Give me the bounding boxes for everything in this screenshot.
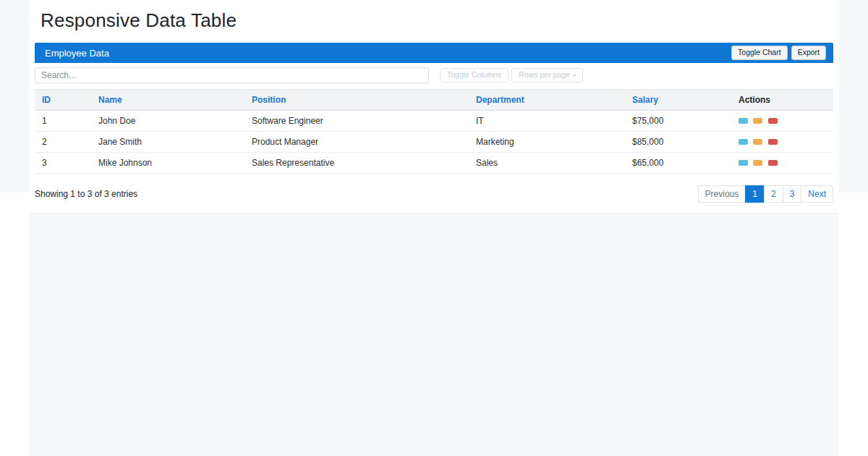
previous-page-button[interactable]: Previous xyxy=(698,185,746,203)
export-button[interactable]: Export xyxy=(791,46,826,60)
panel-header-buttons: Toggle Chart Export xyxy=(731,46,826,60)
cell-name: John Doe xyxy=(91,111,244,132)
page-button-1[interactable]: 1 xyxy=(745,185,765,203)
view-action-button[interactable] xyxy=(739,118,748,124)
panel-title: Employee Data xyxy=(45,48,109,59)
cell-actions xyxy=(731,153,833,174)
cell-actions xyxy=(731,132,833,153)
page-column: Responsive Data Table Employee Data Togg… xyxy=(29,0,839,456)
delete-action-button[interactable] xyxy=(768,118,778,124)
cell-id: 1 xyxy=(35,111,91,132)
cell-salary: $65,000 xyxy=(625,153,731,174)
table-controls: Toggle Columns Rows per page▾ xyxy=(35,63,833,88)
edit-action-button[interactable] xyxy=(753,139,762,145)
view-action-button[interactable] xyxy=(739,160,748,166)
table-row: 1 John Doe Software Engineer IT $75,000 xyxy=(35,111,833,132)
toggle-columns-button[interactable]: Toggle Columns xyxy=(440,68,509,83)
page-title: Responsive Data Table xyxy=(35,0,833,43)
cell-salary: $75,000 xyxy=(625,111,731,132)
cell-actions xyxy=(731,111,833,132)
page-margin-top-left xyxy=(0,0,29,193)
page-margin-top-right xyxy=(839,0,868,193)
entries-summary: Showing 1 to 3 of 3 entries xyxy=(35,189,137,199)
employee-table: ID Name Position Department Salary Actio… xyxy=(35,89,833,174)
panel-footer: Showing 1 to 3 of 3 entries Previous 1 2… xyxy=(35,185,833,206)
column-header-name[interactable]: Name xyxy=(91,90,244,111)
cell-id: 3 xyxy=(35,153,91,174)
search-input[interactable] xyxy=(35,67,429,83)
cell-position: Product Manager xyxy=(244,132,469,153)
table-row: 2 Jane Smith Product Manager Marketing $… xyxy=(35,132,833,153)
employee-data-panel: Employee Data Toggle Chart Export Toggle… xyxy=(35,43,833,206)
cell-name: Mike Johnson xyxy=(91,153,244,174)
cell-department: Sales xyxy=(469,153,625,174)
rows-per-page-label: Rows per page xyxy=(519,70,570,79)
column-header-position[interactable]: Position xyxy=(244,90,469,111)
rows-per-page-dropdown[interactable]: Rows per page▾ xyxy=(511,68,583,83)
edit-action-button[interactable] xyxy=(753,118,762,124)
pagination: Previous 1 2 3 Next xyxy=(698,185,833,203)
delete-action-button[interactable] xyxy=(768,160,778,166)
panel-header: Employee Data Toggle Chart Export xyxy=(35,43,833,63)
cell-department: IT xyxy=(469,111,625,132)
cell-department: Marketing xyxy=(469,132,625,153)
column-header-department[interactable]: Department xyxy=(469,90,625,111)
toggle-chart-button[interactable]: Toggle Chart xyxy=(731,46,788,60)
table-header-row: ID Name Position Department Salary Actio… xyxy=(35,90,833,111)
cell-salary: $85,000 xyxy=(625,132,731,153)
column-header-actions: Actions xyxy=(731,90,833,111)
page-button-2[interactable]: 2 xyxy=(764,185,783,203)
cell-position: Software Engineer xyxy=(244,111,469,132)
view-action-button[interactable] xyxy=(739,139,748,145)
content-card: Responsive Data Table Employee Data Togg… xyxy=(29,0,839,214)
delete-action-button[interactable] xyxy=(768,139,778,145)
table-row: 3 Mike Johnson Sales Representative Sale… xyxy=(35,153,833,174)
cell-name: Jane Smith xyxy=(91,132,244,153)
chevron-down-icon: ▾ xyxy=(573,72,576,79)
cell-id: 2 xyxy=(35,132,91,153)
next-page-button[interactable]: Next xyxy=(801,185,833,203)
column-header-id[interactable]: ID xyxy=(35,90,91,111)
cell-position: Sales Representative xyxy=(244,153,469,174)
column-header-salary[interactable]: Salary xyxy=(625,90,731,111)
edit-action-button[interactable] xyxy=(753,160,762,166)
page-button-3[interactable]: 3 xyxy=(783,185,802,203)
